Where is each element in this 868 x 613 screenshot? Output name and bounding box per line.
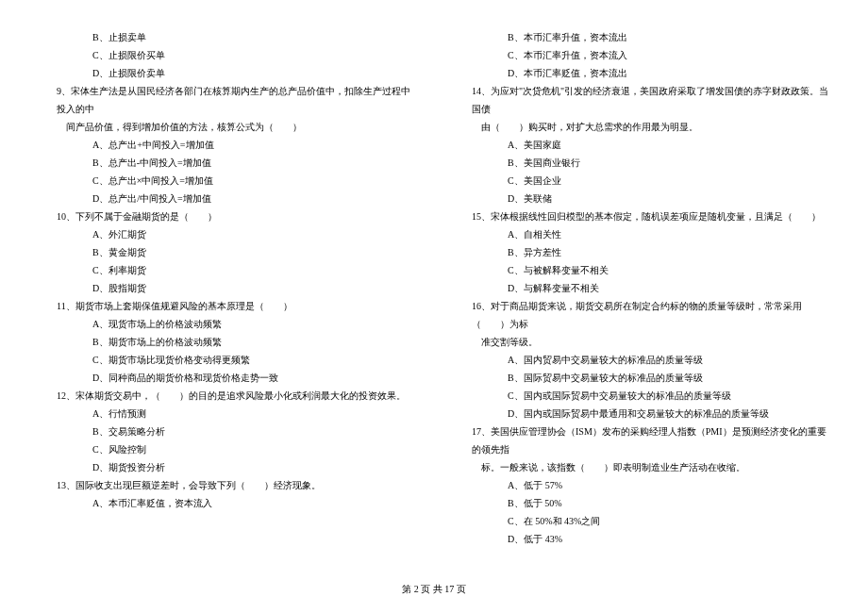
q14-text2: 由（ ）购买时，对扩大总需求的作用最为明显。: [453, 118, 830, 136]
q12-option-d: D、期货投资分析: [38, 458, 415, 476]
q11-option-a: A、现货市场上的价格波动频繁: [38, 315, 415, 333]
q11-option-d: D、同种商品的期货价格和现货价格走势一致: [38, 369, 415, 387]
q16-option-d: D、国内或国际贸易中最通用和交易量较大的标准品的质量等级: [453, 405, 830, 422]
q15-option-d: D、与解释变量不相关: [453, 279, 830, 297]
q16-text: 16、对于商品期货来说，期货交易所在制定合约标的物的质量等级时，常常采用（ ）为…: [453, 297, 830, 333]
q12-text: 12、宋体期货交易中，（ ）的目的是追求风险最小化或利润最大化的投资效果。: [38, 387, 415, 405]
q9-text: 9、宋体生产法是从国民经济各部门在核算期内生产的总产品价值中，扣除生产过程中投入…: [38, 82, 415, 118]
q16-text2: 准交割等级。: [453, 333, 830, 351]
q17-option-b: B、低于 50%: [453, 494, 830, 512]
q16-option-c: C、国内或国际贸易中交易量较大的标准品的质量等级: [453, 387, 830, 405]
q17-option-c: C、在 50%和 43%之间: [453, 512, 830, 530]
q10-option-d: D、股指期货: [38, 279, 415, 297]
q13-option-d: D、本币汇率贬值，资本流出: [453, 64, 830, 82]
q9-option-a: A、总产出+中间投入=增加值: [38, 136, 415, 154]
q13-option-a: A、本币汇率贬值，资本流入: [38, 494, 415, 512]
q9-option-c: C、总产出×中间投入=增加值: [38, 172, 415, 190]
q17-text2: 标。一般来说，该指数（ ）即表明制造业生产活动在收缩。: [453, 458, 830, 476]
page-container: B、止损卖单 C、止损限价买单 D、止损限价卖单 9、宋体生产法是从国民经济各部…: [0, 0, 868, 567]
q15-text: 15、宋体根据线性回归模型的基本假定，随机误差项应是随机变量，且满足（ ）: [453, 207, 830, 225]
q12-option-b: B、交易策略分析: [38, 422, 415, 440]
q14-text: 14、为应对"次贷危机"引发的经济衰退，美国政府采取了增发国债的赤字财政政策。当…: [453, 82, 830, 118]
q17-option-a: A、低于 57%: [453, 476, 830, 494]
q17-text: 17、美国供应管理协会（ISM）发布的采购经理人指数（PMI）是预测经济变化的重…: [453, 422, 830, 458]
q14-option-d: D、美联储: [453, 190, 830, 207]
q14-option-a: A、美国家庭: [453, 136, 830, 154]
q11-option-b: B、期货市场上的价格波动频繁: [38, 333, 415, 351]
q14-option-b: B、美国商业银行: [453, 154, 830, 172]
q11-option-c: C、期货市场比现货价格变动得更频繁: [38, 351, 415, 369]
q8-option-b: B、止损卖单: [38, 28, 415, 46]
q13-option-c: C、本币汇率升值，资本流入: [453, 46, 830, 64]
q9-text2: 间产品价值，得到增加价值的方法，核算公式为（ ）: [38, 118, 415, 136]
q17-option-d: D、低于 43%: [453, 530, 830, 548]
q10-option-c: C、利率期货: [38, 261, 415, 279]
q9-option-d: D、总产出/中间投入=增加值: [38, 190, 415, 207]
q15-option-a: A、自相关性: [453, 225, 830, 243]
q16-option-a: A、国内贸易中交易量较大的标准品的质量等级: [453, 351, 830, 369]
q10-option-b: B、黄金期货: [38, 243, 415, 261]
q12-option-c: C、风险控制: [38, 440, 415, 458]
q13-option-b: B、本币汇率升值，资本流出: [453, 28, 830, 46]
q11-text: 11、期货市场上套期保值规避风险的基本原理是（ ）: [38, 297, 415, 315]
right-column: B、本币汇率升值，资本流出 C、本币汇率升值，资本流入 D、本币汇率贬值，资本流…: [453, 28, 830, 548]
q12-option-a: A、行情预测: [38, 405, 415, 422]
q15-option-b: B、异方差性: [453, 243, 830, 261]
q14-option-c: C、美国企业: [453, 172, 830, 190]
left-column: B、止损卖单 C、止损限价买单 D、止损限价卖单 9、宋体生产法是从国民经济各部…: [38, 28, 415, 548]
q10-text: 10、下列不属于金融期货的是（ ）: [38, 207, 415, 225]
q8-option-d: D、止损限价卖单: [38, 64, 415, 82]
q9-option-b: B、总产出-中间投入=增加值: [38, 154, 415, 172]
q16-option-b: B、国际贸易中交易量较大的标准品的质量等级: [453, 369, 830, 387]
q10-option-a: A、外汇期货: [38, 225, 415, 243]
q8-option-c: C、止损限价买单: [38, 46, 415, 64]
q13-text: 13、国际收支出现巨额逆差时，会导致下列（ ）经济现象。: [38, 476, 415, 494]
page-footer: 第 2 页 共 17 页: [0, 583, 868, 596]
q15-option-c: C、与被解释变量不相关: [453, 261, 830, 279]
